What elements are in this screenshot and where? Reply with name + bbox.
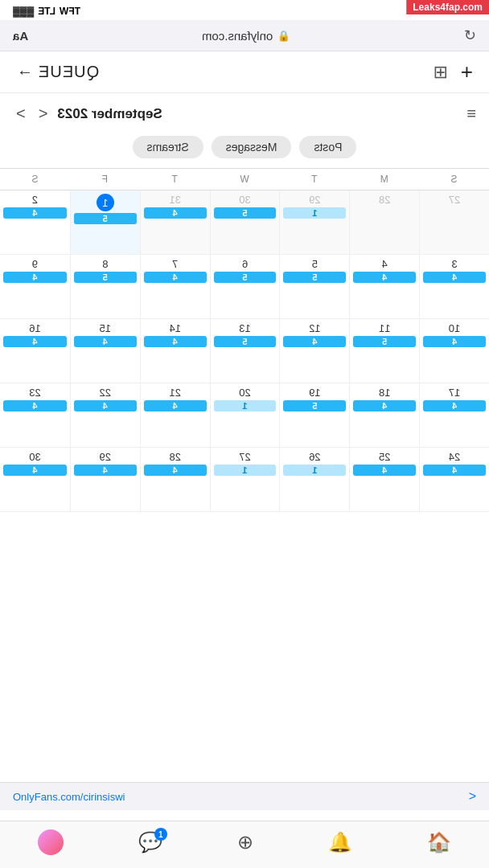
calendar-cell[interactable]: 11 5 <box>349 319 419 383</box>
event-bar: 4 <box>74 400 137 411</box>
cell-date: 5 <box>283 258 346 270</box>
calendar-cell[interactable]: 23 4 <box>0 383 70 448</box>
calendar-icon[interactable]: ⊞ <box>434 62 448 83</box>
event-bar: 4 <box>353 465 416 476</box>
day-header-m: M <box>349 169 419 190</box>
bottom-nav: 💬 1 ⊕ 🔔 🏠 <box>0 821 489 868</box>
cell-date: 9 <box>3 258 67 270</box>
status-indicators: TFW LTE ▓▓▓ <box>13 6 80 17</box>
calendar-cell[interactable]: 24 4 <box>419 448 489 512</box>
calendar-cell[interactable]: 28 <box>349 190 419 255</box>
calendar-cell[interactable]: 22 4 <box>70 383 140 448</box>
calendar-cell[interactable]: 17 4 <box>419 383 489 448</box>
cell-date-today: 1 <box>97 194 114 211</box>
day-header-t1: T <box>279 169 349 190</box>
calendar-cell[interactable]: 27 <box>419 190 489 255</box>
url-bar[interactable]: 🔒 onlyfans.com <box>202 29 290 43</box>
calendar-cell[interactable]: 8 5 <box>70 255 140 319</box>
cell-date: 24 <box>423 451 486 463</box>
cell-date: 23 <box>3 387 67 399</box>
day-header-s2: S <box>0 169 70 190</box>
calendar-cell[interactable]: 6 5 <box>210 255 280 319</box>
event-bar: 1 <box>283 207 346 219</box>
calendar-cell[interactable]: 21 4 <box>140 383 210 448</box>
event-bar: 4 <box>144 336 207 347</box>
calendar-section: ≡ September 2023 < > Posts Messages Stre… <box>0 93 489 520</box>
event-bar: 5 <box>353 336 416 347</box>
signal-label: LTE <box>38 6 55 17</box>
cell-date: 22 <box>74 387 137 399</box>
home-icon: 🏠 <box>427 831 451 854</box>
calendar-cell[interactable]: 29 4 <box>70 448 140 512</box>
lock-icon: 🔒 <box>277 30 290 42</box>
calendar-cell[interactable]: 5 5 <box>279 255 349 319</box>
bottom-url-chevron-icon: > <box>469 789 476 804</box>
queue-button[interactable]: QUEUE → <box>16 63 99 81</box>
cell-date: 30 <box>3 451 67 463</box>
cell-date: 28 <box>353 194 416 206</box>
message-badge: 1 <box>154 828 167 841</box>
arrow-right-icon: → <box>16 63 33 81</box>
aa-button[interactable]: Aa <box>13 29 28 43</box>
cell-date: 26 <box>283 451 346 463</box>
event-bar: 4 <box>3 207 67 219</box>
cell-date: 28 <box>144 451 207 463</box>
calendar-cell[interactable]: 26 1 <box>279 448 349 512</box>
calendar-cell[interactable]: 3 4 <box>419 255 489 319</box>
calendar-cell[interactable]: 7 4 <box>140 255 210 319</box>
nav-create[interactable]: ⊕ <box>237 831 253 854</box>
event-bar: 4 <box>423 465 486 476</box>
nav-home[interactable]: 🏠 <box>427 831 451 854</box>
nav-avatar[interactable] <box>38 829 64 855</box>
filter-streams[interactable]: Streams <box>133 136 203 158</box>
event-bar: 5 <box>74 213 137 224</box>
prev-month-button[interactable]: < <box>35 104 51 123</box>
calendar-cell[interactable]: 10 4 <box>419 319 489 383</box>
event-bar: 5 <box>214 207 277 219</box>
event-bar: 4 <box>74 465 137 476</box>
filter-messages[interactable]: Messages <box>212 136 292 158</box>
cell-date: 13 <box>214 322 277 334</box>
calendar-cell[interactable]: 30 5 <box>210 190 280 255</box>
url-text: onlyfans.com <box>202 29 273 43</box>
calendar-cell[interactable]: 25 4 <box>349 448 419 512</box>
nav-notifications[interactable]: 🔔 <box>328 831 352 854</box>
calendar-cell[interactable]: 4 4 <box>349 255 419 319</box>
calendar-cell[interactable]: 14 4 <box>140 319 210 383</box>
cell-date: 27 <box>214 451 277 463</box>
layout-icon[interactable]: ≡ <box>466 104 476 123</box>
browser-bar[interactable]: ↺ 🔒 onlyfans.com Aa <box>0 20 489 51</box>
calendar-cell[interactable]: 28 4 <box>140 448 210 512</box>
refresh-icon[interactable]: ↺ <box>464 27 476 44</box>
calendar-cell[interactable]: 2 4 <box>0 190 70 255</box>
calendar-nav: ≡ September 2023 < > <box>0 101 489 131</box>
carrier-label: TFW <box>60 6 80 17</box>
event-bar: 4 <box>74 336 137 347</box>
calendar-cell[interactable]: 13 5 <box>210 319 280 383</box>
event-bar: 4 <box>3 272 67 283</box>
event-bar: 1 <box>214 400 277 411</box>
bottom-url-text: OnlyFans.com/cirinsiswi <box>13 791 125 803</box>
calendar-cell[interactable]: 12 4 <box>279 319 349 383</box>
cell-date: 3 <box>423 258 486 270</box>
calendar-cell[interactable]: 16 4 <box>0 319 70 383</box>
bottom-url-bar[interactable]: OnlyFans.com/cirinsiswi > <box>0 782 489 810</box>
calendar-cell[interactable]: 19 5 <box>279 383 349 448</box>
event-bar: 4 <box>353 400 416 411</box>
filter-posts[interactable]: Posts <box>299 136 356 158</box>
calendar-cell[interactable]: 18 4 <box>349 383 419 448</box>
calendar-cell[interactable]: 15 4 <box>70 319 140 383</box>
calendar-cell[interactable]: 30 4 <box>0 448 70 512</box>
nav-messages[interactable]: 💬 1 <box>138 831 162 854</box>
event-bar: 4 <box>423 400 486 411</box>
calendar-cell[interactable]: 27 1 <box>210 448 280 512</box>
calendar-cell[interactable]: 29 1 <box>279 190 349 255</box>
next-month-button[interactable]: > <box>13 104 29 123</box>
calendar-cell-today[interactable]: 1 5 <box>70 190 140 255</box>
calendar-cell[interactable]: 31 4 <box>140 190 210 255</box>
calendar-cell[interactable]: 20 1 <box>210 383 280 448</box>
event-bar: 4 <box>423 336 486 347</box>
add-button[interactable]: + <box>461 59 473 84</box>
event-bar: 5 <box>283 400 346 411</box>
calendar-cell[interactable]: 9 4 <box>0 255 70 319</box>
